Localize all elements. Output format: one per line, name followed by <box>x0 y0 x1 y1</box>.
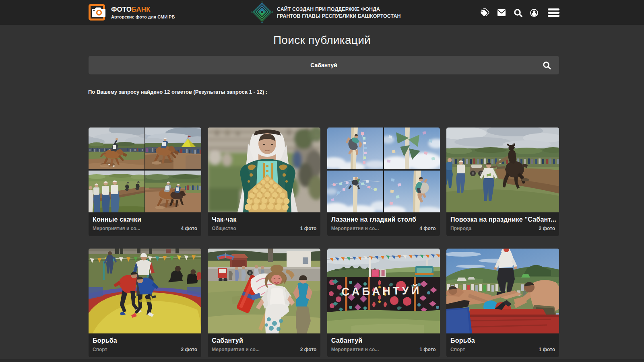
svg-text:САБАНТУЙ: САБАНТУЙ <box>341 284 422 298</box>
